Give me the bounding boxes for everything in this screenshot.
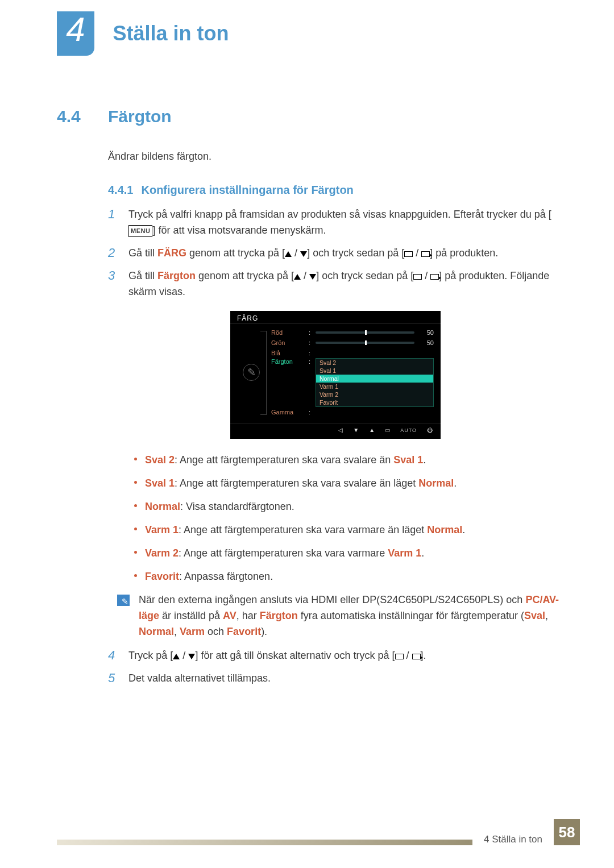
back-icon: ◁	[338, 427, 343, 433]
step-3: 3 Gå till Färgton genom att trycka på [ …	[108, 268, 563, 300]
source-a-icon	[413, 274, 422, 280]
step-number: 3	[108, 268, 116, 300]
keyword-farg: FÄRG	[157, 247, 186, 259]
bullet-icon	[134, 551, 137, 554]
osd-dd-item: Varm 1	[316, 383, 433, 391]
step-4: 4 Tryck på [ / ] för att gå till önskat …	[108, 648, 563, 664]
osd-row-red: Röd : 50	[271, 327, 434, 338]
subsection-title: Konfigurera inställningarna för Färgton	[141, 184, 353, 197]
osd-dropdown: Sval 2 Sval 1 Normal Varm 1 Varm 2 Favor…	[316, 358, 434, 407]
step5-text: Det valda alternativet tillämpas.	[128, 671, 563, 687]
subsection-heading: 4.4.1 Konfigurera inställningarna för Fä…	[108, 184, 563, 197]
step-2: 2 Gå till FÄRG genom att trycka på [ / ]…	[108, 246, 563, 261]
section-heading: 4.4 Färgton	[57, 107, 563, 126]
step-number: 2	[108, 246, 116, 261]
bullet-icon	[134, 481, 137, 484]
list-item: Sval 2: Ange att färgtemperaturen ska va…	[134, 452, 563, 468]
osd-row-gamma: Gamma :	[271, 407, 434, 417]
source-b-icon	[421, 251, 430, 257]
list-item: Normal: Visa standardfärgtonen.	[134, 499, 563, 514]
step1-text-post: ] för att visa motsvarande menyskärm.	[152, 225, 326, 236]
list-item: Varm 2: Ange att färgtemperaturen ska va…	[134, 546, 563, 561]
down-icon	[309, 274, 316, 280]
down-icon	[188, 654, 195, 659]
slider	[316, 331, 414, 334]
bullet-icon	[134, 504, 137, 507]
chapter-title: Ställa in ton	[113, 22, 229, 45]
up-icon	[285, 251, 292, 257]
step-number: 4	[108, 648, 116, 664]
osd-toolbar: ◁ ▼ ▲ ▭ AUTO ⏻	[230, 423, 441, 434]
source-a-icon	[404, 251, 413, 257]
subsection-number: 4.4.1	[108, 184, 133, 197]
list-item: Sval 1: Ange att färgtemperaturen ska va…	[134, 476, 563, 491]
source-a-icon	[395, 654, 404, 659]
step-1: 1 Tryck på valfri knapp på framsidan av …	[108, 207, 563, 239]
osd-title: FÄRG	[230, 311, 441, 323]
step1-text-pre: Tryck på valfri knapp på framsidan av pr…	[128, 209, 551, 220]
osd-dd-item-selected: Normal	[316, 375, 433, 383]
osd-row-blue: Blå :	[271, 348, 434, 358]
section-intro: Ändrar bildens färgton.	[108, 149, 563, 164]
chapter-header: 4 Ställa in ton	[57, 11, 563, 56]
step-number: 1	[108, 207, 116, 239]
section-number: 4.4	[57, 107, 91, 126]
osd-dd-item: Favorit	[316, 398, 433, 406]
note: ✎ När den externa ingången ansluts via H…	[117, 592, 563, 640]
source-b-icon	[412, 654, 421, 659]
up-icon: ▲	[369, 427, 375, 433]
osd-row-green: Grön : 50	[271, 338, 434, 348]
step-number: 5	[108, 671, 116, 687]
bullet-icon	[134, 458, 137, 460]
source-icon: ▭	[385, 427, 390, 433]
osd-screenshot: FÄRG ✎ Röd : 50	[230, 311, 441, 439]
osd-dd-item: Varm 2	[316, 391, 433, 398]
step-5: 5 Det valda alternativet tillämpas.	[108, 671, 563, 687]
note-icon: ✎	[117, 595, 130, 606]
bullet-icon	[134, 574, 137, 577]
auto-label: AUTO	[400, 427, 417, 433]
chapter-number-badge: 4	[57, 11, 94, 56]
footer-label: 4 Ställa in ton	[484, 834, 542, 845]
up-icon	[173, 654, 180, 659]
footer-bar	[57, 840, 472, 845]
osd-row-tone: Färgton : Sval 2 Sval 1 Normal Varm 1 Va…	[271, 358, 434, 407]
source-b-icon	[430, 274, 439, 280]
up-icon	[294, 274, 301, 280]
palette-icon: ✎	[243, 364, 260, 381]
list-item: Varm 1: Ange att färgtemperaturen ska va…	[134, 522, 563, 538]
slider	[316, 342, 414, 344]
bullet-icon	[134, 528, 137, 530]
section-title: Färgton	[108, 107, 172, 126]
down-icon: ▼	[353, 427, 359, 433]
osd-dd-item: Sval 1	[316, 367, 433, 375]
keyword-fargton: Färgton	[157, 270, 196, 281]
list-item: Favorit: Anpassa färgtonen.	[134, 569, 563, 584]
page-footer: 4 Ställa in ton 58	[57, 819, 580, 845]
menu-button-label: MENU	[128, 225, 152, 237]
osd-dd-item: Sval 2	[316, 359, 433, 367]
power-icon: ⏻	[427, 427, 433, 433]
down-icon	[300, 251, 307, 257]
footer-page-number: 58	[554, 819, 580, 845]
